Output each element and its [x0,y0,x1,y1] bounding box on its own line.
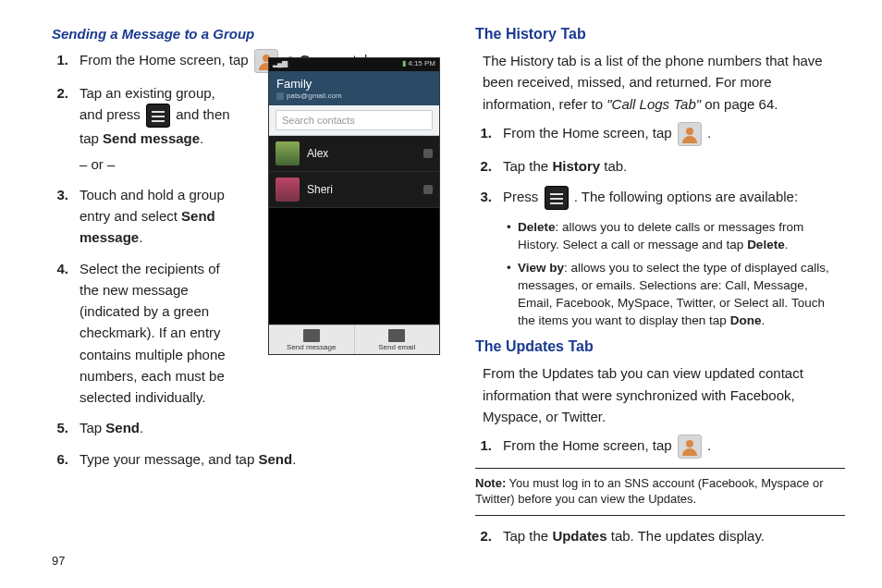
step-number: 1. [475,435,503,459]
history-step-1: From the Home screen, tap . [503,122,845,146]
right-column: The History Tab The History tab is a lis… [475,26,845,556]
step-number: 1. [52,49,80,73]
history-step-2: Tap the History tab. [503,155,845,177]
history-step-3: Press . The following options are availa… [503,186,845,210]
menu-icon [545,186,569,210]
step-number: 2. [52,82,80,175]
divider [475,515,845,516]
email-icon [388,329,405,342]
contacts-icon [678,435,702,459]
updates-step-2: Tap the Updates tab. The updates display… [503,525,845,546]
updates-intro: From the Updates tab you can view update… [483,362,845,427]
step-number: 6. [52,448,80,470]
avatar [276,178,300,202]
history-intro: The History tab is a list of the phone n… [483,50,845,115]
step-6: Type your message, and tap Send. [80,448,431,470]
gear-icon [423,149,433,158]
updates-step-1: From the Home screen, tap . [503,435,845,459]
step-number: 2. [475,155,503,177]
phone-screenshot: ▂▄▆ ▮ 4:15 PM Family pats@gmail.com Sear… [268,57,440,355]
heading-history-tab: The History Tab [475,26,845,43]
gear-icon [423,185,433,194]
note: Note: You must log in to an SNS account … [475,476,845,508]
step-3: Touch and hold a group entry and select … [80,184,237,249]
bullet-delete: • Delete: allows you to delete calls or … [507,219,845,254]
phone-status-bar: ▂▄▆ ▮ 4:15 PM [269,58,439,71]
phone-bottom-bar: Send message Send email [269,325,439,354]
step-2: Tap an existing group, and press and the… [80,82,237,175]
search-contacts-input[interactable]: Search contacts [276,110,433,130]
step-number: 4. [52,258,80,409]
step-number: 3. [475,186,503,210]
svg-point-2 [686,440,693,447]
message-icon [303,329,320,342]
heading-sending-message-group: Sending a Message to a Group [52,26,431,42]
heading-updates-tab: The Updates Tab [475,338,845,355]
bullet-viewby: • View by: allows you to select the type… [507,260,845,330]
step-number: 3. [52,184,80,249]
send-email-button[interactable]: Send email [355,325,440,354]
divider [475,468,845,469]
contacts-icon [678,122,702,146]
contact-row[interactable]: Sheri [269,172,439,208]
step-number: 1. [475,122,503,146]
phone-search: Search contacts [269,105,439,136]
step-5: Tap Send. [80,417,431,438]
contact-row[interactable]: Alex [269,136,439,172]
page-number: 97 [52,554,65,568]
step-number: 2. [475,525,503,546]
step-number: 5. [52,417,80,438]
avatar [276,141,300,165]
send-message-button[interactable]: Send message [269,325,355,354]
phone-header: Family pats@gmail.com [269,71,439,105]
step-4: Select the recipients of the new message… [80,258,237,409]
svg-point-1 [686,128,693,135]
menu-icon [146,104,170,128]
